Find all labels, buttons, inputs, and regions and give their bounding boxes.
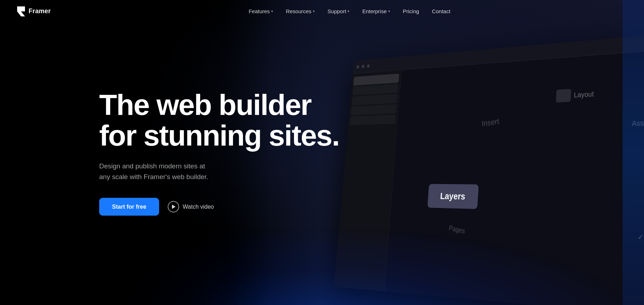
resources-chevron-icon: ▾ [313, 9, 315, 13]
watch-video-label: Watch video [183, 204, 214, 210]
features-chevron-icon: ▾ [271, 9, 273, 13]
play-triangle-icon [172, 205, 176, 209]
navbar: Framer Features ▾ Resources ▾ Support ▾ … [0, 0, 644, 22]
play-icon [168, 201, 179, 213]
support-chevron-icon: ▾ [348, 9, 349, 13]
hero-content: The web builder for stunning sites. Desi… [99, 89, 339, 216]
nav-links: Features ▾ Resources ▾ Support ▾ Enterpr… [72, 5, 627, 17]
brand-name: Framer [29, 7, 51, 15]
nav-contact[interactable]: Contact [427, 5, 456, 17]
hero-section: Layout Insert Assets Layers Pages ✓ [0, 0, 644, 305]
nav-features[interactable]: Features ▾ [244, 5, 278, 17]
mockup-layout-label: Layout [556, 88, 594, 103]
nav-resources[interactable]: Resources ▾ [281, 5, 320, 17]
nav-support[interactable]: Support ▾ [323, 5, 355, 17]
mockup-chevron: ✓ [638, 233, 644, 242]
enterprise-chevron-icon: ▾ [388, 9, 390, 13]
mockup-assets-label: Assets [632, 118, 644, 128]
hero-cta: Start for free Watch video [99, 198, 339, 216]
nav-pricing[interactable]: Pricing [398, 5, 424, 17]
framer-logo-icon [17, 6, 25, 16]
start-free-button[interactable]: Start for free [99, 198, 159, 216]
nav-enterprise[interactable]: Enterprise ▾ [357, 5, 395, 17]
mockup-layers-button: Layers [427, 184, 479, 209]
mockup-insert-label: Insert [482, 117, 499, 128]
nav-logo[interactable]: Framer [17, 6, 51, 16]
watch-video-button[interactable]: Watch video [168, 201, 214, 213]
ui-mockup: Layout Insert Assets Layers Pages ✓ [334, 33, 644, 305]
hero-headline: The web builder for stunning sites. [99, 89, 339, 151]
hero-subtext: Design and publish modern sites at any s… [99, 161, 228, 182]
mockup-pages-label: Pages [448, 224, 466, 235]
